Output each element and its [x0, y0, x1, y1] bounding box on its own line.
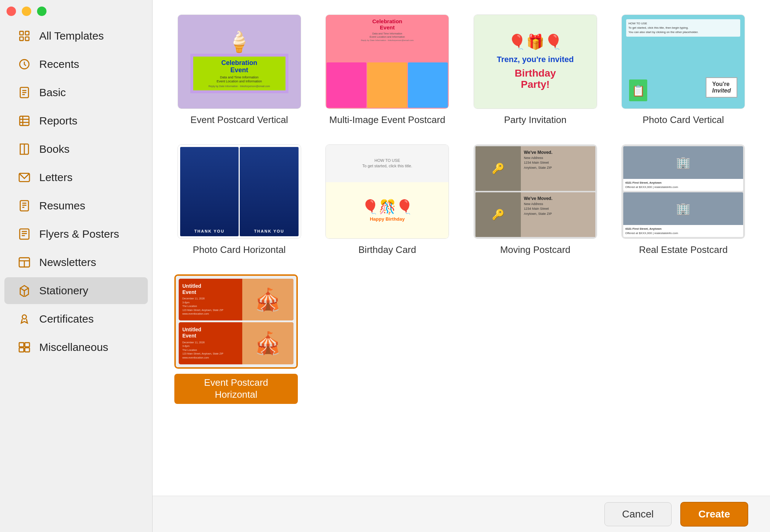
sidebar-item-all-templates[interactable]: All Templates — [4, 22, 148, 49]
template-event-postcard-horizontal[interactable]: UntitledEvent December 11, 20263-6pmThe … — [174, 274, 298, 404]
create-button[interactable]: Create — [680, 502, 748, 527]
template-thumbnail-event-horiz[interactable]: UntitledEvent December 11, 20263-6pmThe … — [174, 274, 298, 369]
template-thumbnail-moving[interactable]: 🔑 We've Moved. New Address1234 Main Stre… — [474, 144, 597, 239]
sidebar-label-letters: Letters — [39, 171, 73, 184]
svg-rect-3 — [25, 37, 29, 41]
template-name-event-vertical: Event Postcard Vertical — [190, 114, 288, 126]
sidebar-item-stationery[interactable]: Stationery — [4, 277, 148, 304]
template-thumbnail-realestate[interactable]: 🏢 4321 First Street, Anytown Offered at … — [621, 144, 745, 239]
sidebar-item-certificates[interactable]: Certificates — [4, 306, 148, 332]
svg-rect-1 — [25, 31, 29, 35]
fullscreen-button[interactable] — [37, 7, 46, 16]
sidebar-label-resumes: Resumes — [39, 200, 85, 212]
stationery-icon — [17, 284, 31, 298]
chart-icon — [17, 114, 31, 128]
letter-icon — [17, 171, 31, 184]
svg-rect-28 — [19, 343, 24, 347]
window-controls — [7, 7, 46, 16]
doc-icon — [17, 86, 31, 99]
template-name-moving: Moving Postcard — [500, 244, 571, 256]
template-name-party: Party Invitation — [504, 114, 567, 126]
sidebar-label-stationery: Stationery — [39, 285, 88, 297]
template-name-multi-event: Multi-Image Event Postcard — [329, 114, 445, 126]
misc-icon — [17, 340, 31, 354]
templates-grid-row3: UntitledEvent December 11, 20263-6pmThe … — [174, 274, 748, 404]
template-moving-postcard[interactable]: 🔑 We've Moved. New Address1234 Main Stre… — [470, 144, 600, 256]
sidebar-label-books: Books — [39, 143, 69, 155]
sidebar: All Templates Recents Basic — [0, 0, 153, 532]
templates-grid-row2: THANK YOU THANK YOU Photo Card Horizonta… — [174, 144, 748, 256]
template-photo-card-vertical[interactable]: HOW TO USETo get started, click this tit… — [619, 15, 749, 126]
sidebar-label-basic: Basic — [39, 86, 66, 99]
clock-icon — [17, 57, 31, 71]
template-name-realestate: Real Estate Postcard — [639, 244, 728, 256]
resume-icon — [17, 199, 31, 213]
sidebar-label-recents: Recents — [39, 58, 79, 70]
grid-icon — [17, 29, 31, 43]
flyer-icon — [17, 227, 31, 241]
certificate-icon — [17, 312, 31, 326]
minimize-button[interactable] — [22, 7, 31, 16]
sidebar-item-reports[interactable]: Reports — [4, 107, 148, 134]
sidebar-item-flyers-posters[interactable]: Flyers & Posters — [4, 221, 148, 247]
template-thumbnail-photo-v[interactable]: HOW TO USETo get started, click this tit… — [621, 15, 745, 109]
newsletter-icon — [17, 255, 31, 269]
template-thumbnail-multi-event[interactable]: CelebrationEvent Data and Time Informati… — [325, 15, 449, 109]
sidebar-item-books[interactable]: Books — [4, 136, 148, 163]
sidebar-label-newsletters: Newsletters — [39, 256, 96, 269]
svg-rect-29 — [25, 343, 29, 347]
svg-rect-30 — [19, 348, 24, 352]
footer: Cancel Create — [153, 496, 770, 532]
sidebar-item-letters[interactable]: Letters — [4, 164, 148, 191]
template-thumbnail-event-vertical[interactable]: 🍦 CelebrationEvent Data and Time Informa… — [178, 15, 301, 109]
template-real-estate-postcard[interactable]: 🏢 4321 First Street, Anytown Offered at … — [619, 144, 749, 256]
template-name-photo-v: Photo Card Vertical — [643, 114, 724, 126]
sidebar-label-certificates: Certificates — [39, 313, 94, 325]
cancel-button[interactable]: Cancel — [604, 502, 672, 526]
sidebar-item-resumes[interactable]: Resumes — [4, 192, 148, 219]
template-thumbnail-party[interactable]: 🎈🎁🎈 Trenz, you're invited BirthdayParty! — [474, 15, 597, 109]
template-thumbnail-thankyou[interactable]: THANK YOU THANK YOU — [178, 144, 301, 239]
sidebar-label-reports: Reports — [39, 115, 77, 127]
svg-rect-0 — [20, 31, 23, 35]
sidebar-item-miscellaneous[interactable]: Miscellaneous — [4, 334, 148, 361]
templates-grid-row1: 🍦 CelebrationEvent Data and Time Informa… — [174, 15, 748, 126]
svg-point-27 — [22, 315, 26, 319]
template-event-postcard-vertical[interactable]: 🍦 CelebrationEvent Data and Time Informa… — [174, 15, 304, 126]
templates-content: 🍦 CelebrationEvent Data and Time Informa… — [153, 0, 770, 496]
sidebar-item-basic[interactable]: Basic — [4, 79, 148, 106]
template-name-birthday: Birthday Card — [358, 244, 416, 256]
close-button[interactable] — [7, 7, 16, 16]
template-thumbnail-birthday[interactable]: HOW TO USETo get started, click this tit… — [325, 144, 449, 239]
sidebar-item-newsletters[interactable]: Newsletters — [4, 249, 148, 276]
main-content: 🍦 CelebrationEvent Data and Time Informa… — [153, 0, 770, 532]
template-party-invitation[interactable]: 🎈🎁🎈 Trenz, you're invited BirthdayParty!… — [470, 15, 600, 126]
sidebar-label-all-templates: All Templates — [39, 30, 104, 42]
template-birthday-card[interactable]: HOW TO USETo get started, click this tit… — [323, 144, 453, 256]
template-photo-card-horizontal[interactable]: THANK YOU THANK YOU Photo Card Horizonta… — [174, 144, 304, 256]
sidebar-item-recents[interactable]: Recents — [4, 51, 148, 78]
template-name-event-horiz: Event Postcard Horizontal — [174, 374, 298, 404]
sidebar-label-miscellaneous: Miscellaneous — [39, 341, 108, 353]
svg-rect-2 — [20, 37, 23, 41]
template-multi-event-postcard[interactable]: CelebrationEvent Data and Time Informati… — [323, 15, 453, 126]
book-icon — [17, 142, 31, 156]
sidebar-label-flyers-posters: Flyers & Posters — [39, 228, 119, 240]
svg-rect-31 — [25, 348, 29, 352]
template-name-photo-horizontal: Photo Card Horizontal — [193, 244, 286, 256]
svg-rect-9 — [20, 116, 29, 126]
